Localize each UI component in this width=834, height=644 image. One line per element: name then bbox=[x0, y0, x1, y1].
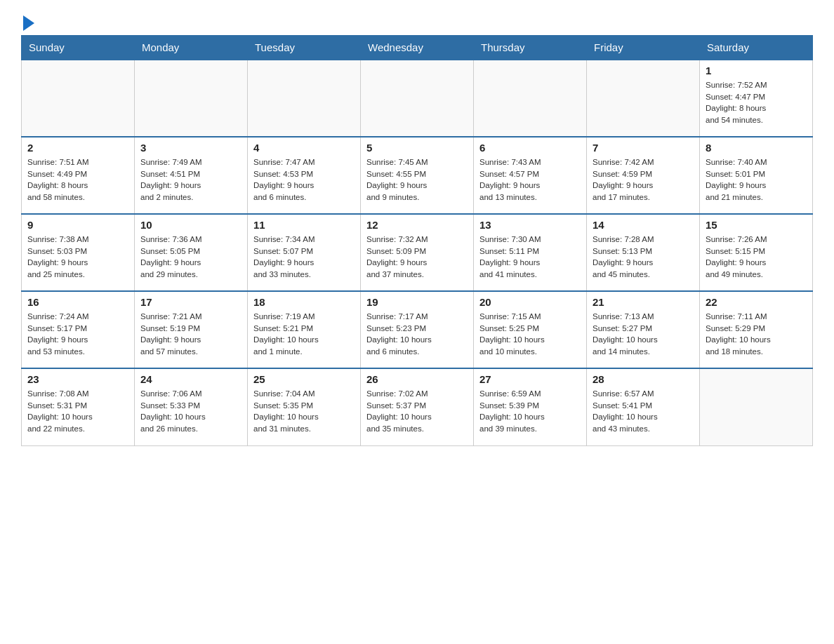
logo bbox=[21, 14, 34, 28]
calendar-cell: 6Sunrise: 7:43 AM Sunset: 4:57 PM Daylig… bbox=[474, 137, 587, 214]
day-number: 23 bbox=[27, 373, 128, 385]
day-info: Sunrise: 7:32 AM Sunset: 5:09 PM Dayligh… bbox=[366, 234, 468, 281]
calendar-cell: 14Sunrise: 7:28 AM Sunset: 5:13 PM Dayli… bbox=[587, 214, 700, 291]
page-header bbox=[21, 14, 813, 28]
calendar-cell: 27Sunrise: 6:59 AM Sunset: 5:39 PM Dayli… bbox=[474, 368, 587, 445]
calendar-cell: 15Sunrise: 7:26 AM Sunset: 5:15 PM Dayli… bbox=[700, 214, 813, 291]
day-number: 17 bbox=[140, 296, 241, 308]
day-info: Sunrise: 7:11 AM Sunset: 5:29 PM Dayligh… bbox=[706, 311, 807, 358]
day-number: 10 bbox=[140, 219, 241, 231]
day-number: 19 bbox=[366, 296, 468, 308]
day-number: 28 bbox=[593, 373, 694, 385]
calendar-cell: 17Sunrise: 7:21 AM Sunset: 5:19 PM Dayli… bbox=[135, 291, 248, 368]
day-number: 13 bbox=[479, 219, 581, 231]
day-info: Sunrise: 7:08 AM Sunset: 5:31 PM Dayligh… bbox=[27, 388, 128, 435]
calendar-cell: 20Sunrise: 7:15 AM Sunset: 5:25 PM Dayli… bbox=[474, 291, 587, 368]
weekday-header-sunday: Sunday bbox=[22, 36, 135, 60]
weekday-header-row: SundayMondayTuesdayWednesdayThursdayFrid… bbox=[22, 36, 813, 60]
calendar-cell: 1Sunrise: 7:52 AM Sunset: 4:47 PM Daylig… bbox=[700, 60, 813, 137]
week-row-4: 16Sunrise: 7:24 AM Sunset: 5:17 PM Dayli… bbox=[22, 291, 813, 368]
day-number: 6 bbox=[479, 142, 581, 154]
calendar-cell bbox=[700, 368, 813, 445]
day-number: 18 bbox=[253, 296, 355, 308]
weekday-header-friday: Friday bbox=[587, 36, 700, 60]
day-info: Sunrise: 7:49 AM Sunset: 4:51 PM Dayligh… bbox=[140, 156, 241, 203]
day-info: Sunrise: 7:43 AM Sunset: 4:57 PM Dayligh… bbox=[479, 156, 581, 203]
calendar-cell bbox=[587, 60, 700, 137]
day-info: Sunrise: 7:13 AM Sunset: 5:27 PM Dayligh… bbox=[593, 311, 694, 358]
calendar-cell: 11Sunrise: 7:34 AM Sunset: 5:07 PM Dayli… bbox=[248, 214, 361, 291]
day-info: Sunrise: 7:04 AM Sunset: 5:35 PM Dayligh… bbox=[253, 388, 355, 435]
calendar-cell bbox=[22, 60, 135, 137]
calendar-cell bbox=[248, 60, 361, 137]
day-info: Sunrise: 7:38 AM Sunset: 5:03 PM Dayligh… bbox=[27, 234, 128, 281]
day-number: 2 bbox=[27, 142, 128, 154]
day-number: 16 bbox=[27, 296, 128, 308]
day-number: 14 bbox=[593, 219, 694, 231]
day-info: Sunrise: 7:30 AM Sunset: 5:11 PM Dayligh… bbox=[479, 234, 581, 281]
day-info: Sunrise: 7:34 AM Sunset: 5:07 PM Dayligh… bbox=[253, 234, 355, 281]
calendar-cell: 22Sunrise: 7:11 AM Sunset: 5:29 PM Dayli… bbox=[700, 291, 813, 368]
day-info: Sunrise: 7:06 AM Sunset: 5:33 PM Dayligh… bbox=[140, 388, 241, 435]
day-number: 1 bbox=[706, 65, 807, 76]
weekday-header-monday: Monday bbox=[135, 36, 248, 60]
calendar-cell: 19Sunrise: 7:17 AM Sunset: 5:23 PM Dayli… bbox=[361, 291, 474, 368]
day-info: Sunrise: 7:51 AM Sunset: 4:49 PM Dayligh… bbox=[27, 156, 128, 203]
calendar-cell: 3Sunrise: 7:49 AM Sunset: 4:51 PM Daylig… bbox=[135, 137, 248, 214]
day-number: 24 bbox=[140, 373, 241, 385]
calendar-cell: 10Sunrise: 7:36 AM Sunset: 5:05 PM Dayli… bbox=[135, 214, 248, 291]
day-info: Sunrise: 7:52 AM Sunset: 4:47 PM Dayligh… bbox=[706, 79, 807, 126]
calendar-cell: 16Sunrise: 7:24 AM Sunset: 5:17 PM Dayli… bbox=[22, 291, 135, 368]
week-row-1: 1Sunrise: 7:52 AM Sunset: 4:47 PM Daylig… bbox=[22, 60, 813, 137]
day-number: 5 bbox=[366, 142, 468, 154]
day-info: Sunrise: 7:17 AM Sunset: 5:23 PM Dayligh… bbox=[366, 311, 468, 358]
calendar-cell: 12Sunrise: 7:32 AM Sunset: 5:09 PM Dayli… bbox=[361, 214, 474, 291]
day-number: 7 bbox=[593, 142, 694, 154]
calendar-cell: 21Sunrise: 7:13 AM Sunset: 5:27 PM Dayli… bbox=[587, 291, 700, 368]
calendar-cell: 4Sunrise: 7:47 AM Sunset: 4:53 PM Daylig… bbox=[248, 137, 361, 214]
calendar-cell: 25Sunrise: 7:04 AM Sunset: 5:35 PM Dayli… bbox=[248, 368, 361, 445]
day-number: 3 bbox=[140, 142, 241, 154]
day-number: 21 bbox=[593, 296, 694, 308]
day-info: Sunrise: 7:15 AM Sunset: 5:25 PM Dayligh… bbox=[479, 311, 581, 358]
day-info: Sunrise: 7:24 AM Sunset: 5:17 PM Dayligh… bbox=[27, 311, 128, 358]
calendar-cell: 24Sunrise: 7:06 AM Sunset: 5:33 PM Dayli… bbox=[135, 368, 248, 445]
day-info: Sunrise: 6:59 AM Sunset: 5:39 PM Dayligh… bbox=[479, 388, 581, 435]
week-row-3: 9Sunrise: 7:38 AM Sunset: 5:03 PM Daylig… bbox=[22, 214, 813, 291]
day-number: 27 bbox=[479, 373, 581, 385]
day-number: 22 bbox=[706, 296, 807, 308]
day-number: 11 bbox=[253, 219, 355, 231]
day-info: Sunrise: 7:42 AM Sunset: 4:59 PM Dayligh… bbox=[593, 156, 694, 203]
day-number: 26 bbox=[366, 373, 468, 385]
week-row-5: 23Sunrise: 7:08 AM Sunset: 5:31 PM Dayli… bbox=[22, 368, 813, 445]
calendar-cell: 23Sunrise: 7:08 AM Sunset: 5:31 PM Dayli… bbox=[22, 368, 135, 445]
weekday-header-wednesday: Wednesday bbox=[361, 36, 474, 60]
day-number: 15 bbox=[706, 219, 807, 231]
calendar-cell: 26Sunrise: 7:02 AM Sunset: 5:37 PM Dayli… bbox=[361, 368, 474, 445]
calendar-cell: 5Sunrise: 7:45 AM Sunset: 4:55 PM Daylig… bbox=[361, 137, 474, 214]
calendar-cell: 18Sunrise: 7:19 AM Sunset: 5:21 PM Dayli… bbox=[248, 291, 361, 368]
day-info: Sunrise: 7:40 AM Sunset: 5:01 PM Dayligh… bbox=[706, 156, 807, 203]
calendar-cell: 2Sunrise: 7:51 AM Sunset: 4:49 PM Daylig… bbox=[22, 137, 135, 214]
calendar-cell bbox=[361, 60, 474, 137]
weekday-header-tuesday: Tuesday bbox=[248, 36, 361, 60]
day-number: 25 bbox=[253, 373, 355, 385]
day-info: Sunrise: 7:47 AM Sunset: 4:53 PM Dayligh… bbox=[253, 156, 355, 203]
calendar-table: SundayMondayTuesdayWednesdayThursdayFrid… bbox=[21, 35, 813, 446]
calendar-cell bbox=[474, 60, 587, 137]
weekday-header-thursday: Thursday bbox=[474, 36, 587, 60]
calendar-cell: 8Sunrise: 7:40 AM Sunset: 5:01 PM Daylig… bbox=[700, 137, 813, 214]
logo-arrow-icon bbox=[23, 15, 34, 31]
calendar-cell bbox=[135, 60, 248, 137]
day-info: Sunrise: 7:02 AM Sunset: 5:37 PM Dayligh… bbox=[366, 388, 468, 435]
day-info: Sunrise: 6:57 AM Sunset: 5:41 PM Dayligh… bbox=[593, 388, 694, 435]
day-number: 12 bbox=[366, 219, 468, 231]
day-number: 4 bbox=[253, 142, 355, 154]
day-number: 8 bbox=[706, 142, 807, 154]
calendar-cell: 28Sunrise: 6:57 AM Sunset: 5:41 PM Dayli… bbox=[587, 368, 700, 445]
calendar-cell: 7Sunrise: 7:42 AM Sunset: 4:59 PM Daylig… bbox=[587, 137, 700, 214]
week-row-2: 2Sunrise: 7:51 AM Sunset: 4:49 PM Daylig… bbox=[22, 137, 813, 214]
day-info: Sunrise: 7:45 AM Sunset: 4:55 PM Dayligh… bbox=[366, 156, 468, 203]
day-number: 9 bbox=[27, 219, 128, 231]
day-info: Sunrise: 7:26 AM Sunset: 5:15 PM Dayligh… bbox=[706, 234, 807, 281]
